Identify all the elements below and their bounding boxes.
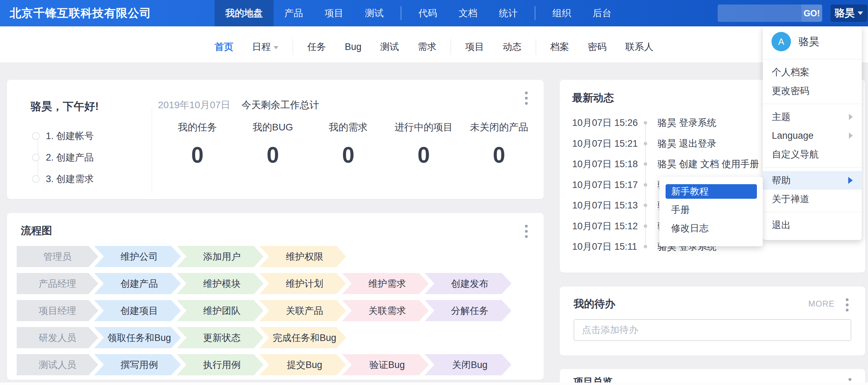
activity-text[interactable]: 骆昊 登录系统	[658, 117, 717, 129]
kebab-menu-icon[interactable]	[523, 89, 530, 107]
chevron-down-icon	[858, 11, 863, 15]
flow-step-执行用例[interactable]: 执行用例	[177, 354, 264, 375]
sub-nav-item-首页[interactable]: 首页	[205, 41, 243, 53]
flow-step-完成任务和Bug[interactable]: 完成任务和Bug	[259, 327, 346, 348]
stat-value: 0	[235, 142, 310, 168]
stat-我的需求[interactable]: 我的需求0	[310, 121, 386, 168]
sub-nav-item-项目[interactable]: 项目	[456, 41, 493, 53]
menu-item-个人档案[interactable]: 个人档案	[763, 63, 862, 82]
summary-label: 今天剩余工作总计	[242, 99, 319, 112]
sub-navbar: 首页日程任务Bug测试需求项目动态档案密码联系人	[0, 26, 868, 62]
flow-step-关联需求[interactable]: 关联需求	[342, 300, 429, 321]
sub-nav-item-档案[interactable]: 档案	[541, 41, 578, 53]
kebab-menu-icon[interactable]	[523, 223, 530, 240]
flow-row: 研发人员领取任务和Bug更新状态完成任务和Bug	[17, 327, 346, 348]
flow-step-领取任务和Bug[interactable]: 领取任务和Bug	[94, 327, 181, 348]
search-input[interactable]	[718, 5, 801, 22]
stat-未关闭的产品[interactable]: 未关闭的产品0	[461, 121, 537, 168]
onboarding-step[interactable]: 1. 创建帐号	[32, 130, 94, 142]
menu-item-label: 更改密码	[772, 85, 853, 97]
menu-divider	[763, 167, 862, 168]
flow-role-管理员[interactable]: 管理员	[17, 246, 98, 267]
sub-nav-item-动态[interactable]: 动态	[493, 41, 531, 53]
submenu-item-新手教程[interactable]: 新手教程	[666, 184, 757, 199]
flow-step-创建项目[interactable]: 创建项目	[94, 300, 181, 321]
top-nav-item-组织[interactable]: 组织	[542, 0, 582, 26]
menu-item-帮助[interactable]: 帮助	[763, 171, 862, 190]
stat-value: 0	[386, 142, 461, 168]
top-nav-divider	[401, 6, 401, 20]
search-go-button[interactable]: GO!	[801, 5, 822, 22]
top-navbar: 北京千锋互联科技有限公司 我的地盘产品项目测试代码文档统计组织后台 GO! 骆昊	[0, 0, 868, 26]
stat-进行中的项目[interactable]: 进行中的项目0	[386, 121, 461, 168]
menu-divider	[763, 104, 862, 104]
top-nav-item-代码[interactable]: 代码	[408, 0, 448, 26]
sub-nav-item-联系人[interactable]: 联系人	[616, 41, 663, 53]
flow-role-测试人员[interactable]: 测试人员	[17, 354, 98, 375]
company-name: 北京千锋互联科技有限公司	[10, 0, 151, 26]
activity-text[interactable]: 骆昊 退出登录	[658, 137, 717, 150]
flow-step-关闭Bug[interactable]: 关闭Bug	[425, 354, 511, 375]
activity-time: 10月07日 15:11	[572, 240, 644, 253]
sub-nav-item-任务[interactable]: 任务	[298, 41, 335, 53]
menu-item-退出[interactable]: 退出	[763, 216, 862, 234]
flow-step-撰写用例[interactable]: 撰写用例	[94, 354, 181, 375]
top-nav-item-产品[interactable]: 产品	[274, 0, 314, 26]
flow-role-项目经理[interactable]: 项目经理	[17, 300, 98, 321]
onboarding-step[interactable]: 3. 创建需求	[32, 173, 94, 185]
kebab-menu-icon[interactable]	[844, 296, 851, 314]
onboarding-step[interactable]: 2. 创建产品	[32, 151, 94, 164]
onboarding-step-label: 2. 创建产品	[46, 151, 94, 164]
work-summary-stats: 我的任务0我的BUG0我的需求0进行中的项目0未关闭的产品0	[160, 121, 537, 168]
activity-row: 10月07日 15:21骆昊 退出登录	[572, 134, 717, 153]
activity-text[interactable]: 骆昊 创建 文档 使用手册	[658, 158, 759, 170]
user-menu-button[interactable]: 骆昊	[831, 5, 867, 22]
top-nav-item-统计[interactable]: 统计	[488, 0, 528, 26]
stat-label: 进行中的项目	[386, 121, 461, 134]
flow-step-添加用户[interactable]: 添加用户	[177, 246, 264, 267]
sub-nav-item-测试[interactable]: 测试	[371, 41, 408, 53]
submenu-item-手册[interactable]: 手册	[666, 203, 757, 217]
flow-step-维护权限[interactable]: 维护权限	[259, 246, 346, 267]
user-name: 骆昊	[835, 6, 855, 20]
top-nav-item-我的地盘[interactable]: 我的地盘	[215, 0, 274, 26]
flow-step-维护公司[interactable]: 维护公司	[94, 246, 181, 267]
stat-我的BUG[interactable]: 我的BUG0	[235, 121, 310, 168]
flow-step-关联产品[interactable]: 关联产品	[259, 300, 346, 321]
sub-nav-divider	[536, 39, 536, 55]
sub-nav-item-密码[interactable]: 密码	[578, 41, 616, 53]
flow-step-维护计划[interactable]: 维护计划	[259, 273, 346, 294]
more-link[interactable]: MORE	[808, 299, 835, 309]
flow-row: 管理员维护公司添加用户维护权限	[17, 246, 346, 267]
flow-step-创建产品[interactable]: 创建产品	[94, 273, 181, 294]
submenu-item-修改日志[interactable]: 修改日志	[666, 221, 757, 236]
flow-step-维护需求[interactable]: 维护需求	[342, 273, 429, 294]
flow-step-分解任务[interactable]: 分解任务	[425, 300, 511, 321]
sub-nav-item-label: 档案	[550, 41, 569, 53]
sub-nav-item-日程[interactable]: 日程	[243, 41, 288, 53]
sub-nav-item-Bug[interactable]: Bug	[335, 42, 371, 52]
menu-item-更改密码[interactable]: 更改密码	[763, 82, 862, 100]
top-nav-item-测试[interactable]: 测试	[354, 0, 394, 26]
top-nav-item-文档[interactable]: 文档	[448, 0, 488, 26]
step-circle-icon	[32, 175, 40, 183]
top-nav-item-后台[interactable]: 后台	[582, 0, 622, 26]
top-nav-item-项目[interactable]: 项目	[314, 0, 354, 26]
flow-step-验证Bug[interactable]: 验证Bug	[342, 354, 429, 375]
menu-item-Language[interactable]: Language	[763, 126, 862, 145]
flow-step-维护模块[interactable]: 维护模块	[177, 273, 264, 294]
sub-nav-item-label: 动态	[503, 41, 521, 53]
flow-step-创建发布[interactable]: 创建发布	[425, 273, 511, 294]
flow-step-维护团队[interactable]: 维护团队	[177, 300, 264, 321]
sub-nav-item-需求[interactable]: 需求	[408, 41, 446, 53]
stat-我的任务[interactable]: 我的任务0	[160, 121, 235, 168]
flow-role-研发人员[interactable]: 研发人员	[17, 327, 98, 348]
flow-step-更新状态[interactable]: 更新状态	[177, 327, 264, 348]
menu-item-主题[interactable]: 主题	[763, 108, 862, 126]
menu-item-自定义导航[interactable]: 自定义导航	[763, 145, 862, 164]
flow-step-提交Bug[interactable]: 提交Bug	[259, 354, 346, 375]
flow-role-产品经理[interactable]: 产品经理	[17, 273, 98, 294]
menu-item-关于禅道[interactable]: 关于禅道	[763, 190, 862, 208]
user-menu-name: 骆昊	[799, 35, 819, 49]
add-todo-input[interactable]	[574, 319, 851, 341]
